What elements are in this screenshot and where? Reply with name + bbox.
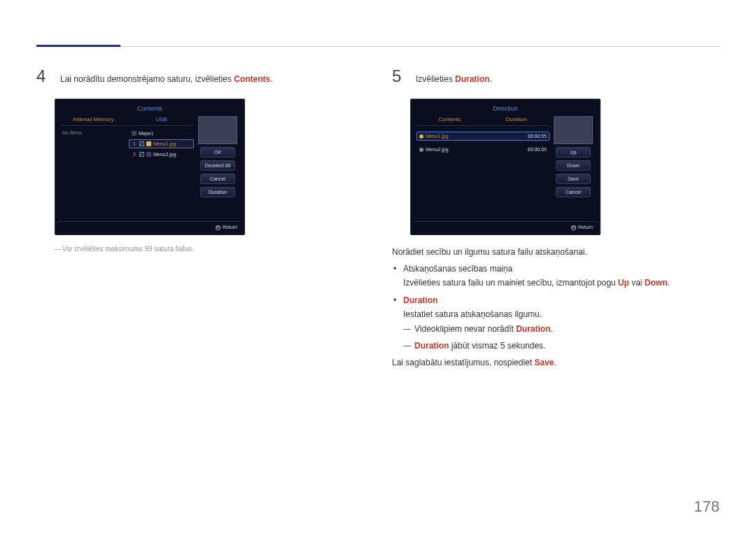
step5-text-a: Izvēlieties	[416, 74, 455, 84]
direction-row: Menu2.jpg 00:00:05	[416, 145, 550, 154]
row-left: Menu1.jpg	[419, 134, 449, 139]
return-label: Return	[223, 225, 237, 230]
step4-text-a: Lai norādītu demonstrējamo saturu, izvēl…	[60, 74, 234, 84]
col-head-internal: Internal Memory	[61, 116, 126, 126]
save-keyword: Save	[534, 358, 554, 367]
checkbox-checked-icon	[139, 141, 144, 146]
preview-thumbnail	[554, 116, 593, 144]
col-head-duration: Duration	[483, 116, 550, 126]
file-row-selected: 1 Menu1.jpg	[129, 139, 194, 148]
down-button: Down	[556, 160, 591, 171]
tv-col-internal: Internal Memory No items.	[61, 116, 126, 218]
dot-icon	[419, 148, 424, 152]
tv-col-usb: USB Mape1 1 Menu1.jpg 2	[129, 116, 194, 218]
row-left: Menu2.jpg	[419, 147, 449, 152]
bullet-list: Atskaņošanas secības maiņa Izvēlieties s…	[392, 262, 720, 353]
image-icon	[146, 152, 151, 157]
dash-item: Videoklipiem nevar norādīt Duration.	[414, 322, 720, 336]
direction-row-selected: Menu1.jpg 00:00:05	[416, 132, 550, 141]
step5-text-b: .	[489, 74, 491, 84]
return-icon	[571, 225, 576, 230]
file-row: 2 Menu2.jpg	[129, 150, 194, 159]
row-index: 2	[132, 152, 137, 157]
image-icon	[146, 141, 151, 146]
save-button: Save	[556, 174, 591, 184]
right-column: 5 Izvēlieties Duration. Direction Conten…	[392, 66, 720, 373]
save-a: Lai saglabātu iestatījumus, nospiediet	[392, 358, 534, 367]
page-number: 178	[694, 498, 720, 516]
duration-keyword: Duration	[455, 74, 489, 84]
d1-a: Videoklipiem nevar norādīt	[414, 324, 516, 334]
step-text: Lai norādītu demonstrējamo saturu, izvēl…	[60, 74, 272, 84]
duration-value: 00:00:05	[528, 147, 547, 152]
tv-footer: Return	[414, 221, 597, 232]
folder-icon	[132, 131, 136, 136]
step-5-line: 5 Izvēlieties Duration.	[392, 66, 720, 86]
row-index: 1	[132, 141, 137, 146]
up-button: Up	[556, 147, 591, 157]
checkbox-checked-icon	[139, 152, 144, 157]
folder-label: Mape1	[139, 131, 153, 136]
save-line: Lai saglabātu iestatījumus, nospiediet S…	[392, 356, 720, 370]
cancel-button: Cancel	[556, 187, 591, 197]
bullet-item: Atskaņošanas secības maiņa Izvēlieties s…	[403, 262, 720, 290]
intro-line: Norādiet secību un ilgumu satura failu a…	[392, 245, 720, 259]
tv-screen-contents: Contents Internal Memory No items. USB M…	[55, 99, 245, 235]
b2-line: Iestatiet satura atskaņošanas ilgumu.	[403, 309, 542, 319]
col-head-usb: USB	[129, 116, 194, 126]
tv-title: Contents	[58, 102, 241, 116]
tv-body: Contents Duration Menu1.jpg 00:00:05	[414, 116, 597, 221]
file-label: Menu1.jpg	[153, 141, 176, 146]
step4-text-b: .	[270, 74, 272, 84]
tv-title: Direction	[414, 102, 597, 116]
b1-line-a: Izvēlieties satura failu un mainiet secī…	[403, 278, 618, 288]
bullet1-title: Atskaņošanas secības maiņa	[403, 264, 512, 274]
step-4-line: 4 Lai norādītu demonstrējamo saturu, izv…	[36, 66, 364, 86]
return-icon	[216, 225, 220, 230]
duration-value: 00:00:05	[528, 134, 547, 139]
b1-line-b: .	[668, 278, 670, 288]
duration-keyword: Duration	[414, 341, 449, 351]
header-rule-bold	[36, 45, 120, 47]
file-label: Menu1.jpg	[426, 134, 449, 139]
content-columns: 4 Lai norādītu demonstrējamo saturu, izv…	[36, 66, 720, 373]
dash-list: Videoklipiem nevar norādīt Duration. Dur…	[403, 322, 720, 353]
preview-thumbnail	[198, 116, 237, 144]
dash-item: Duration jābūt vismaz 5 sekundes.	[414, 339, 720, 353]
direction-list: Contents Duration Menu1.jpg 00:00:05	[416, 116, 550, 218]
file-label: Menu2.jpg	[153, 152, 176, 157]
duration-button: Duration	[200, 187, 235, 197]
folder-row: Mape1	[129, 129, 194, 138]
b1-or: vai	[629, 278, 645, 288]
step-number: 5	[392, 66, 406, 86]
step-text: Izvēlieties Duration.	[416, 74, 492, 84]
d2-b: jābūt vismaz 5 sekundes.	[449, 341, 545, 351]
tv-screen-direction: Direction Contents Duration Menu1.jpg 00…	[410, 99, 601, 235]
header-rule	[36, 46, 720, 47]
save-b: .	[554, 358, 556, 367]
tv-body: Internal Memory No items. USB Mape1 1	[58, 116, 241, 221]
tv-right-panel: OK Deselect All Cancel Duration	[197, 116, 239, 218]
dot-icon	[419, 134, 424, 139]
deselect-all-button: Deselect All	[200, 160, 235, 171]
no-items-label: No items.	[61, 129, 126, 136]
tv-footer: Return	[58, 221, 241, 232]
contents-keyword: Contents	[234, 74, 270, 84]
cancel-button: Cancel	[200, 174, 235, 184]
bullet-item: Duration Iestatiet satura atskaņošanas i…	[403, 293, 720, 353]
duration-keyword: Duration	[403, 295, 438, 305]
duration-keyword: Duration	[516, 324, 550, 334]
left-column: 4 Lai norādītu demonstrējamo saturu, izv…	[36, 66, 364, 373]
direction-headers: Contents Duration	[416, 116, 550, 129]
footnote-step4: Var izvēlēties maksimums 99 satura failu…	[55, 245, 364, 253]
down-keyword: Down	[645, 278, 668, 288]
col-head-contents: Contents	[416, 116, 483, 126]
body-text-step5: Norādiet secību un ilgumu satura failu a…	[392, 245, 720, 370]
return-label: Return	[578, 225, 593, 230]
d1-b: .	[551, 324, 553, 334]
step-number: 4	[36, 66, 50, 86]
up-keyword: Up	[618, 278, 629, 288]
ok-button: OK	[200, 147, 235, 157]
file-label: Menu2.jpg	[426, 147, 449, 152]
tv-left: Internal Memory No items. USB Mape1 1	[61, 116, 194, 218]
